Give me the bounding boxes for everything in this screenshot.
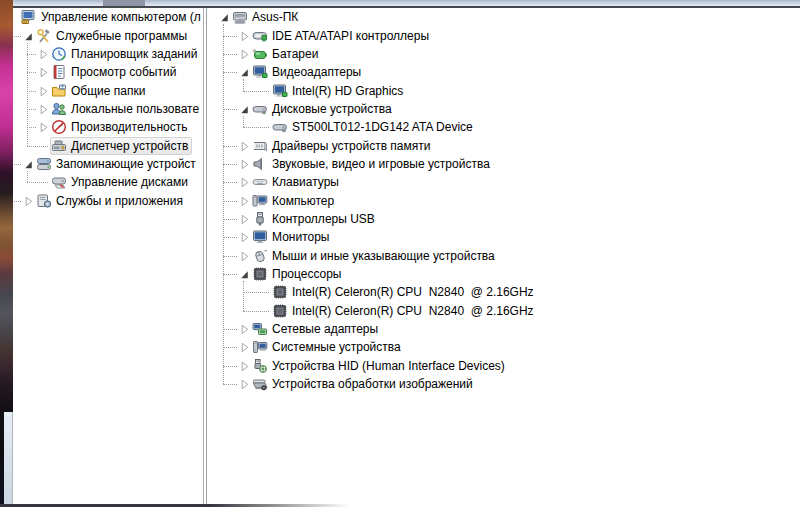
tree-item-label: Запоминающие устройст [56,156,196,172]
collapse-arrow-icon[interactable] [22,29,35,42]
console-tree-item[interactable]: Локальные пользовате [13,100,203,118]
tree-item-label: Intel(R) HD Graphics [292,83,403,99]
device-tree-item[interactable]: Asus-ПК [207,8,800,26]
device-tree-item[interactable]: Клавиатуры [207,173,800,191]
expand-arrow-icon[interactable] [238,249,251,262]
tree-item-content: Производительность [50,118,191,136]
device-tree-item[interactable]: Мониторы [207,228,800,246]
expand-arrow-icon[interactable] [238,157,251,170]
expand-arrow-icon[interactable] [238,341,251,354]
console-tree-item[interactable]: Службы и приложения [13,192,203,210]
keyboard-icon [252,174,268,190]
console-tree-item[interactable]: Запоминающие устройст [13,155,203,173]
expand-arrow-icon[interactable] [37,66,50,79]
device-tree-item[interactable]: Батареи [207,45,800,63]
console-tree-item[interactable]: Планировщик заданий [13,45,203,63]
tree-item-label: Системные устройства [272,339,401,355]
device-tree-item[interactable]: Мыши и иные указывающие устройства [207,247,800,265]
tree-item-content: Intel(R) Celeron(R) CPU N2840 @ 2.16GHz [271,302,538,320]
monitor-icon [252,229,268,245]
tree-item-label: Службы и приложения [56,193,183,209]
storage-devices-icon [36,156,52,172]
expand-arrow-icon[interactable] [238,213,251,226]
services-icon [36,193,52,209]
ide-controller-icon [252,28,268,44]
tree-item-label: Процессоры [272,266,342,282]
console-tree-item[interactable]: Служебные программы [13,26,203,44]
device-tree-item[interactable]: ST500LT012-1DG142 ATA Device [207,118,800,136]
device-tree-item[interactable]: Контроллеры USB [207,210,800,228]
tree-item-content: Просмотр событий [50,63,180,81]
console-tree-item[interactable]: Производительность [13,118,203,136]
console-tree-item[interactable]: Общие папки [13,81,203,99]
tree-item-content: Компьютер [251,192,338,210]
expand-arrow-icon[interactable] [238,139,251,152]
collapse-arrow-icon[interactable] [238,268,251,281]
expand-arrow-icon[interactable] [238,194,251,207]
expand-arrow-icon[interactable] [238,359,251,372]
expand-arrow-icon[interactable] [238,231,251,244]
mouse-icon [252,248,268,264]
console-tree-item[interactable]: Диспетчер устройств [13,136,203,154]
tree-item-content: Звуковые, видео и игровые устройства [251,155,494,173]
device-tree-item[interactable]: Видеоадаптеры [207,63,800,81]
tree-item-label: Intel(R) Celeron(R) CPU N2840 @ 2.16GHz [292,284,534,300]
cpu-icon [272,284,288,300]
console-tree-item[interactable]: Управление компьютером (л [13,8,203,26]
collapse-arrow-icon[interactable] [238,66,251,79]
tree-item-label: Клавиатуры [272,174,339,190]
device-tree-item[interactable]: Устройства обработки изображений [207,375,800,393]
tree-item-content: Контроллеры USB [251,210,379,228]
tree-item-label: Контроллеры USB [272,211,375,227]
device-tree-item[interactable]: IDE ATA/ATAPI контроллеры [207,26,800,44]
expand-arrow-icon[interactable] [238,323,251,336]
tree-item-label: Дисковые устройства [272,101,392,117]
device-tree-item[interactable]: Процессоры [207,265,800,283]
tree-item-label: Управление дисками [71,174,188,190]
imaging-icon [252,376,268,392]
device-tree-item[interactable]: Дисковые устройства [207,100,800,118]
console-tree-panel: Управление компьютером (лСлужебные прогр… [13,8,204,507]
device-tree-item[interactable]: Системные устройства [207,338,800,356]
console-tree-item[interactable]: Просмотр событий [13,63,203,81]
selected-tree-item: Диспетчер устройств [50,137,192,155]
tree-item-label: Мыши и иные указывающие устройства [272,248,495,264]
expand-arrow-icon[interactable] [238,47,251,60]
disk-icon [252,101,268,117]
expand-arrow-icon[interactable] [238,29,251,42]
device-tree-item[interactable]: Сетевые адаптеры [207,320,800,338]
tree-item-label: Мониторы [272,229,329,245]
tree-item-content: Asus-ПК [231,8,302,26]
expand-arrow-icon[interactable] [238,176,251,189]
device-tree-item[interactable]: Звуковые, видео и игровые устройства [207,155,800,173]
expand-arrow-icon[interactable] [238,378,251,391]
hid-icon [252,358,268,374]
expand-arrow-icon[interactable] [37,121,50,134]
tree-item-label: Служебные программы [56,28,187,44]
expand-arrow-icon[interactable] [37,47,50,60]
collapse-arrow-icon[interactable] [218,11,231,24]
console-tree-item[interactable]: Управление дисками [13,173,203,191]
tree-item-label: Компьютер [272,193,334,209]
device-tree-item[interactable]: Intel(R) Celeron(R) CPU N2840 @ 2.16GHz [207,283,800,301]
collapse-arrow-icon[interactable] [22,157,35,170]
event-viewer-icon [51,64,67,80]
device-tree-item[interactable]: Intel(R) HD Graphics [207,81,800,99]
collapse-arrow-icon[interactable] [238,102,251,115]
tree-item-content: ST500LT012-1DG142 ATA Device [271,118,477,136]
device-tree-item[interactable]: Intel(R) Celeron(R) CPU N2840 @ 2.16GHz [207,302,800,320]
audio-icon [252,156,268,172]
device-tree-item[interactable]: Компьютер [207,192,800,210]
tree-item-content: Устройства HID (Human Interface Devices) [251,357,509,375]
tree-item-content: Общие папки [50,82,149,100]
local-users-icon [51,101,67,117]
device-tree-item[interactable]: Устройства HID (Human Interface Devices) [207,357,800,375]
memory-icon [252,138,268,154]
tree-item-label: Intel(R) Celeron(R) CPU N2840 @ 2.16GHz [292,303,534,319]
device-tree-item[interactable]: Драйверы устройств памяти [207,136,800,154]
expand-arrow-icon[interactable] [37,102,50,115]
expand-arrow-icon[interactable] [37,84,50,97]
tree-item-content: Управление дисками [50,173,192,191]
expand-arrow-icon[interactable] [22,194,35,207]
tree-item-content: Intel(R) HD Graphics [271,82,407,100]
